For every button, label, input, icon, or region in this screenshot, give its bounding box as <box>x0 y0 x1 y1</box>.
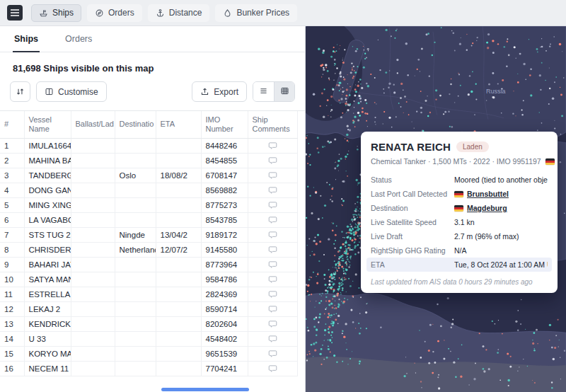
comment-icon[interactable] <box>268 156 277 165</box>
ships-table: # Vessel Name Ballast/Lad Destinatio ETA… <box>0 111 298 376</box>
popup-rows: StatusMoored (tied to another objectLast… <box>371 173 548 272</box>
popup-row-value-link[interactable]: Brunsbuttel <box>454 190 509 198</box>
table-row[interactable]: 9BAHARI JAY8773964 <box>0 257 297 272</box>
table-row[interactable]: 2MAHINA BA8454855 <box>0 153 297 168</box>
nav-bunker-prices-button[interactable]: Bunker Prices <box>215 4 297 22</box>
col-header-ship-comments[interactable]: Ship Comments <box>248 111 297 138</box>
ship-comments-cell <box>248 257 297 272</box>
comment-icon[interactable] <box>268 185 277 195</box>
ship-comments-cell <box>248 361 297 376</box>
comment-icon[interactable] <box>268 141 277 150</box>
export-button[interactable]: Export <box>192 81 247 102</box>
horizontal-scrollbar-thumb[interactable] <box>161 388 249 391</box>
eta <box>156 287 201 301</box>
eta <box>156 272 201 287</box>
laden-status-badge: Laden <box>456 142 489 152</box>
nav-distance-button[interactable]: Distance <box>148 4 210 22</box>
ship-comments-cell <box>248 168 297 183</box>
comment-icon[interactable] <box>268 200 277 209</box>
ballast-laden <box>71 272 115 287</box>
menu-button[interactable] <box>7 5 23 21</box>
destination <box>115 183 156 197</box>
ship-comments-cell <box>248 242 297 257</box>
table-body: 1IMULA166484482462MAHINA BA84548553TANDB… <box>0 138 297 376</box>
col-header-eta[interactable]: ETA <box>156 111 201 138</box>
vessel-name: LA VAGABO <box>24 212 71 227</box>
ballast-laden <box>71 316 115 331</box>
sort-button[interactable] <box>10 81 30 102</box>
col-header-destination[interactable]: Destinatio <box>115 111 156 138</box>
row-number: 15 <box>0 346 24 361</box>
table-row[interactable]: 3TANDBERGOslo18/08/26708147 <box>0 168 297 183</box>
eta <box>156 197 201 212</box>
panel-toolbar: Customise Export <box>0 81 305 110</box>
ship-comments-cell <box>248 212 297 227</box>
comment-icon[interactable] <box>268 245 277 254</box>
germany-flag-icon <box>454 191 463 197</box>
comment-icon[interactable] <box>268 349 277 358</box>
table-row[interactable]: 1IMULA16648448246 <box>0 138 297 153</box>
comment-icon[interactable] <box>268 319 277 328</box>
tab-orders[interactable]: Orders <box>64 26 93 52</box>
ballast-laden <box>71 227 115 242</box>
ballast-laden <box>71 287 115 301</box>
imo-number: 8775273 <box>201 197 248 212</box>
table-row[interactable]: 10SATYA MAN9584786 <box>0 272 297 287</box>
col-header-imo-number[interactable]: IMO Number <box>201 111 248 138</box>
table-row[interactable]: 13KENDRICK8202604 <box>0 316 297 331</box>
destination <box>115 331 156 346</box>
row-number: 12 <box>0 301 24 316</box>
list-view-button[interactable] <box>253 82 274 101</box>
vessel-name: BAHARI JAY <box>24 257 71 272</box>
col-header-ballast-laden[interactable]: Ballast/Lad <box>71 111 115 138</box>
comment-icon[interactable] <box>268 215 277 224</box>
table-row[interactable]: 14U 334548402 <box>0 331 297 346</box>
fuel-icon <box>223 8 232 18</box>
nav-ships-button[interactable]: Ships <box>31 4 81 22</box>
table-row[interactable]: 6LA VAGABO8543785 <box>0 212 297 227</box>
comment-icon[interactable] <box>268 364 277 373</box>
col-header-index[interactable]: # <box>0 111 24 138</box>
popup-row-value-link[interactable]: Magdeburg <box>454 204 507 212</box>
ship-icon <box>39 8 48 18</box>
table-row[interactable]: 8CHRISDERINetherland12/07/29145580 <box>0 242 297 257</box>
ballast-laden <box>71 168 115 183</box>
customise-label: Customise <box>58 87 98 97</box>
destination <box>115 153 156 168</box>
table-row[interactable]: 12LEKAJ 28590714 <box>0 301 297 316</box>
export-icon <box>200 87 209 96</box>
comment-icon[interactable] <box>268 304 277 313</box>
popup-row-label: Destination <box>371 204 454 212</box>
row-number: 1 <box>0 138 24 153</box>
table-row[interactable]: 15KORYO MA9651539 <box>0 346 297 361</box>
customise-button[interactable]: Customise <box>36 81 107 102</box>
popup-row-label: Last Port Call Detected <box>371 190 454 198</box>
table-view-button[interactable] <box>274 82 294 101</box>
ship-comments-cell <box>248 138 297 153</box>
comment-icon[interactable] <box>268 289 277 299</box>
vessel-name-title[interactable]: RENATA REICH <box>371 141 451 153</box>
ship-comments-cell <box>248 331 297 346</box>
table-row[interactable]: 7STS TUG 25Ningde13/04/29189172 <box>0 227 297 242</box>
popup-row: ETATue, 8 Oct 2024 at 1:00 AM UT <box>366 258 552 272</box>
app-window: Ships Orders Distance Bunker Prices <box>0 0 566 392</box>
map[interactable]: RussiaBelarus RENATA REICH Laden Chemica… <box>306 26 566 392</box>
ballast-laden <box>71 212 115 227</box>
comment-icon[interactable] <box>268 171 277 180</box>
ballast-laden <box>71 183 115 197</box>
comment-icon[interactable] <box>268 275 277 284</box>
comment-icon[interactable] <box>268 260 277 269</box>
imo-number: 8543785 <box>201 212 248 227</box>
nav-orders-button[interactable]: Orders <box>87 4 142 22</box>
comment-icon[interactable] <box>268 230 277 239</box>
popup-row-label: RightShip GHG Rating <box>371 246 454 255</box>
col-header-vessel-name[interactable]: Vessel Name <box>24 111 71 138</box>
table-row[interactable]: 4DONG GAN8569882 <box>0 183 297 197</box>
table-row[interactable]: 11ESTRELLA2824369 <box>0 287 297 301</box>
tab-ships[interactable]: Ships <box>13 26 40 52</box>
columns-icon <box>45 87 54 96</box>
table-row[interactable]: 5MING XING8775273 <box>0 197 297 212</box>
comment-icon[interactable] <box>268 334 277 343</box>
popup-row-value: Tue, 8 Oct 2024 at 1:00 AM UT <box>454 260 548 269</box>
table-row[interactable]: 16NECEM 117704241 <box>0 361 297 376</box>
